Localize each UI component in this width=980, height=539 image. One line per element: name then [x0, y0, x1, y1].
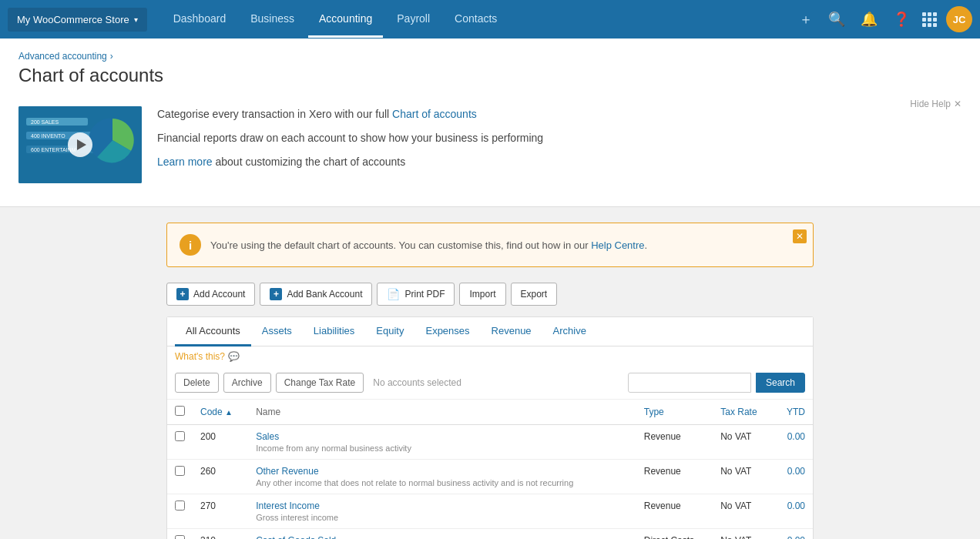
account-code-270: 270 [193, 494, 248, 529]
archive-button[interactable]: Archive [223, 373, 271, 393]
info-close-button[interactable]: ✕ [793, 229, 807, 243]
accounts-table-body: 200 Sales Income from any normal busines… [167, 425, 813, 540]
account-search-input[interactable] [628, 373, 751, 393]
account-name-cell-310: Cost of Goods Sold [248, 529, 636, 540]
main-content: i You're using the default chart of acco… [0, 207, 980, 539]
row-checkbox-200[interactable] [175, 431, 185, 441]
account-name-link-260[interactable]: Other Revenue [256, 466, 629, 477]
learn-more-link[interactable]: Learn more [157, 156, 213, 168]
notifications-button[interactable]: 🔔 [858, 8, 881, 31]
account-code-310: 310 [193, 529, 248, 540]
account-ytd-270: 0.00 [774, 494, 813, 529]
chart-link[interactable]: Chart of accounts [392, 108, 477, 120]
help-button[interactable]: ❓ [890, 8, 913, 31]
account-ytd-310: 0.00 [774, 529, 813, 540]
tab-archive[interactable]: Archive [542, 317, 597, 346]
content-header: Advanced accounting › Chart of accounts … [0, 38, 980, 207]
info-icon: i [180, 234, 201, 256]
no-accounts-selected: No accounts selected [373, 377, 623, 388]
breadcrumb: Advanced accounting › [18, 51, 962, 62]
account-code-260: 260 [193, 460, 248, 494]
add-button[interactable]: ＋ [796, 7, 816, 32]
row-checkbox-260[interactable] [175, 466, 185, 476]
tab-revenue[interactable]: Revenue [481, 317, 542, 346]
help-text-content: Hide Help ✕ Categorise every transaction… [157, 106, 962, 178]
account-type-200: Revenue [636, 425, 713, 460]
account-tax-260: No VAT [713, 460, 774, 494]
account-type-270: Revenue [636, 494, 713, 529]
delete-button[interactable]: Delete [175, 373, 219, 393]
table-controls: Delete Archive Change Tax Rate No accoun… [167, 367, 813, 400]
tab-all-accounts[interactable]: All Accounts [175, 317, 251, 346]
name-header: Name [248, 400, 636, 425]
add-bank-icon: + [270, 288, 282, 300]
type-header: Type [636, 400, 713, 425]
play-button[interactable] [68, 132, 92, 157]
account-code-200: 200 [193, 425, 248, 460]
row-checkbox-310[interactable] [175, 535, 185, 539]
help-centre-link[interactable]: Help Centre [591, 239, 644, 251]
select-all-header [167, 400, 193, 425]
import-button[interactable]: Import [459, 283, 505, 306]
table-header-row: Code ▲ Name Type Tax Rate YTD [167, 400, 813, 425]
chevron-down-icon: ▾ [134, 15, 138, 24]
tabs-container: All Accounts Assets Liabilities Equity E… [166, 316, 814, 367]
tab-expenses[interactable]: Expenses [414, 317, 480, 346]
code-header[interactable]: Code ▲ [193, 400, 248, 425]
ytd-header: YTD [774, 400, 813, 425]
account-name-link-200[interactable]: Sales [256, 431, 629, 442]
account-type-310: Direct Costs [636, 529, 713, 540]
search-button[interactable]: Search [756, 373, 805, 393]
apps-grid-icon[interactable] [922, 12, 937, 27]
account-tabs: All Accounts Assets Liabilities Equity E… [167, 317, 813, 346]
nav-right-controls: ＋ 🔍 🔔 ❓ JC [796, 6, 972, 32]
help-video-thumbnail[interactable]: 200 SALES 400 INVENTO 600 ENTERTAINM [18, 106, 142, 183]
accounts-table: Code ▲ Name Type Tax Rate YTD 200 Sales … [167, 400, 813, 539]
account-name-cell-260: Other Revenue Any other income that does… [248, 460, 636, 494]
breadcrumb-parent[interactable]: Advanced accounting [18, 51, 107, 62]
search-button[interactable]: 🔍 [825, 8, 848, 31]
tab-assets[interactable]: Assets [251, 317, 303, 346]
page-title: Chart of accounts [18, 65, 962, 86]
help-line-1: Categorise every transaction in Xero wit… [157, 106, 962, 122]
print-pdf-button[interactable]: 📄 Print PDF [377, 283, 455, 306]
breadcrumb-separator: › [110, 51, 113, 62]
video-line-1: 200 SALES [26, 118, 88, 126]
help-line-2: Financial reports draw on each account t… [157, 130, 962, 146]
nav-contacts[interactable]: Contacts [444, 2, 508, 38]
account-ytd-260: 0.00 [774, 460, 813, 494]
account-name-cell-270: Interest Income Gross interest income [248, 494, 636, 529]
hide-help-label: Hide Help [910, 99, 951, 109]
info-banner-text: You're using the default chart of accoun… [210, 239, 800, 251]
account-tax-270: No VAT [713, 494, 774, 529]
nav-payroll[interactable]: Payroll [386, 2, 441, 38]
export-button[interactable]: Export [511, 283, 558, 306]
hide-help-button[interactable]: Hide Help ✕ [910, 99, 962, 109]
account-name-link-270[interactable]: Interest Income [256, 500, 629, 511]
account-ytd-200: 0.00 [774, 425, 813, 460]
account-name-cell-200: Sales Income from any normal business ac… [248, 425, 636, 460]
help-line-3: Learn more about customizing the chart o… [157, 154, 962, 170]
pdf-icon: 📄 [387, 288, 400, 300]
store-selector[interactable]: My WooCommerce Store ▾ [8, 8, 147, 32]
table-row: 270 Interest Income Gross interest incom… [167, 494, 813, 529]
account-desc-260: Any other income that does not relate to… [256, 478, 629, 487]
add-bank-account-button[interactable]: + Add Bank Account [260, 283, 372, 306]
change-tax-rate-button[interactable]: Change Tax Rate [276, 373, 364, 393]
nav-business[interactable]: Business [240, 2, 305, 38]
whats-this-link[interactable]: What's this? 💬 [167, 346, 813, 367]
tab-liabilities[interactable]: Liabilities [303, 317, 365, 346]
select-all-checkbox[interactable] [175, 406, 185, 416]
nav-dashboard[interactable]: Dashboard [163, 2, 237, 38]
table-row: 260 Other Revenue Any other income that … [167, 460, 813, 494]
accounts-table-container: Delete Archive Change Tax Rate No accoun… [166, 367, 814, 539]
add-account-button[interactable]: + Add Account [166, 283, 255, 306]
tab-equity[interactable]: Equity [365, 317, 414, 346]
user-avatar[interactable]: JC [946, 6, 972, 32]
account-type-260: Revenue [636, 460, 713, 494]
nav-accounting[interactable]: Accounting [308, 2, 383, 38]
nav-links: Dashboard Business Accounting Payroll Co… [163, 2, 796, 38]
account-name-link-310[interactable]: Cost of Goods Sold [256, 535, 629, 539]
row-checkbox-270[interactable] [175, 500, 185, 511]
tax-rate-header: Tax Rate [713, 400, 774, 425]
